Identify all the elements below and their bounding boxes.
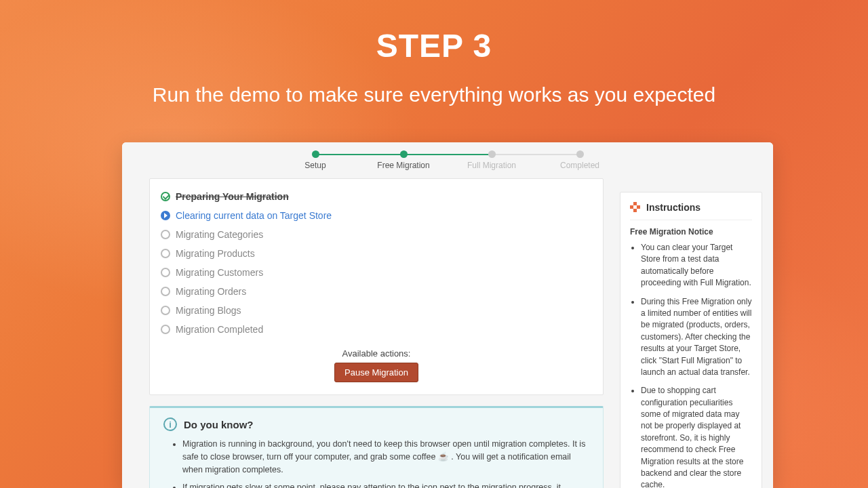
step-dot bbox=[576, 150, 584, 158]
info-bullet: Migration is running in background, you … bbox=[182, 438, 589, 476]
task-row: Clearing current data on Target Store bbox=[161, 206, 592, 225]
task-label: Migration Completed bbox=[176, 324, 263, 335]
task-row: Migrating Customers bbox=[161, 263, 592, 282]
hero: STEP 3 Run the demo to make sure everyth… bbox=[0, 0, 868, 106]
app-panel: Setup Free Migration Full Migration Comp… bbox=[122, 142, 773, 488]
instructions-item: During this Free Migration only a limite… bbox=[641, 296, 752, 379]
circle-icon bbox=[161, 230, 170, 239]
instructions-item: You can clear your Target Store from a t… bbox=[641, 242, 752, 289]
task-label: Migrating Customers bbox=[176, 267, 263, 278]
task-row: Migrating Products bbox=[161, 244, 592, 263]
migration-progress-card: Preparing Your Migration Clearing curren… bbox=[149, 178, 604, 395]
instructions-subheading: Free Migration Notice bbox=[630, 227, 752, 237]
actions-label: Available actions: bbox=[161, 348, 592, 359]
info-bullet: If migration gets slow at some point, pl… bbox=[182, 481, 589, 488]
instructions-icon bbox=[630, 202, 641, 213]
check-icon bbox=[161, 192, 170, 201]
task-row: Migrating Orders bbox=[161, 282, 592, 301]
step-label: Full Migration bbox=[467, 161, 516, 170]
task-row: Migrating Categories bbox=[161, 225, 592, 244]
task-label: Migrating Products bbox=[176, 248, 255, 259]
instructions-card: Instructions Free Migration Notice You c… bbox=[620, 192, 762, 488]
instructions-heading: Instructions bbox=[646, 202, 701, 213]
task-row: Preparing Your Migration bbox=[161, 187, 592, 206]
stepper: Setup Free Migration Full Migration Comp… bbox=[122, 142, 773, 174]
task-label: Preparing Your Migration bbox=[176, 191, 289, 202]
task-label: Migrating Blogs bbox=[176, 305, 241, 316]
circle-icon bbox=[161, 287, 170, 296]
step-dot bbox=[312, 150, 319, 158]
task-row: Migration Completed bbox=[161, 320, 592, 339]
instructions-item: Due to shopping cart configuration pecul… bbox=[641, 385, 752, 488]
circle-icon bbox=[161, 306, 170, 315]
hero-tagline: Run the demo to make sure everything wor… bbox=[0, 83, 868, 106]
circle-icon bbox=[161, 268, 170, 277]
play-icon bbox=[161, 211, 170, 220]
task-label: Clearing current data on Target Store bbox=[176, 210, 332, 221]
step-label: Completed bbox=[560, 161, 599, 170]
info-icon: i bbox=[163, 418, 177, 431]
task-label: Migrating Categories bbox=[176, 229, 263, 240]
step-label: Setup bbox=[304, 161, 326, 170]
pause-migration-button[interactable]: Pause Migration bbox=[334, 363, 418, 382]
info-heading: Do you know? bbox=[184, 419, 254, 430]
hero-step: STEP 3 bbox=[0, 27, 868, 64]
step-dot bbox=[488, 150, 496, 158]
step-setup[interactable]: Setup bbox=[271, 150, 359, 170]
actions-area: Available actions: Pause Migration bbox=[161, 348, 592, 382]
circle-icon bbox=[161, 249, 170, 258]
circle-icon bbox=[161, 325, 170, 334]
step-dot bbox=[400, 150, 408, 158]
step-label: Free Migration bbox=[377, 161, 429, 170]
do-you-know-card: i Do you know? Migration is running in b… bbox=[149, 406, 604, 488]
task-row: Migrating Blogs bbox=[161, 301, 592, 320]
task-label: Migrating Orders bbox=[176, 286, 246, 297]
